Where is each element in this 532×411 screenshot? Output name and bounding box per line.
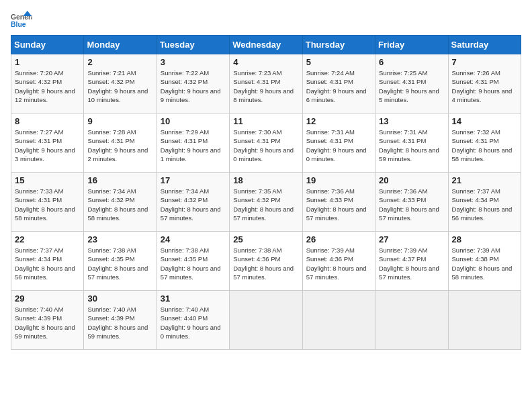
day-info: Sunrise: 7:24 AMSunset: 4:31 PMDaylight:…	[306, 69, 367, 103]
calendar-cell: 17 Sunrise: 7:34 AMSunset: 4:32 PMDaylig…	[157, 173, 229, 232]
calendar-table: SundayMondayTuesdayWednesdayThursdayFrid…	[11, 35, 521, 350]
day-number: 5	[306, 57, 371, 67]
day-number: 20	[379, 175, 444, 185]
day-info: Sunrise: 7:38 AMSunset: 4:36 PMDaylight:…	[233, 246, 294, 281]
day-number: 27	[379, 234, 444, 244]
day-number: 30	[87, 293, 152, 304]
day-info: Sunrise: 7:39 AMSunset: 4:37 PMDaylight:…	[379, 246, 439, 281]
weekday-header-thursday: Thursday	[302, 36, 375, 54]
day-info: Sunrise: 7:23 AMSunset: 4:31 PMDaylight:…	[233, 69, 294, 103]
day-number: 19	[306, 175, 371, 185]
day-info: Sunrise: 7:34 AMSunset: 4:32 PMDaylight:…	[87, 187, 148, 222]
day-info: Sunrise: 7:21 AMSunset: 4:32 PMDaylight:…	[87, 69, 148, 103]
calendar-cell: 2 Sunrise: 7:21 AMSunset: 4:32 PMDayligh…	[84, 54, 157, 113]
weekday-header-wednesday: Wednesday	[230, 36, 302, 54]
calendar-cell	[375, 291, 448, 350]
day-number: 3	[161, 57, 226, 67]
day-info: Sunrise: 7:27 AMSunset: 4:31 PMDaylight:…	[15, 128, 75, 163]
calendar-week-1: 1 Sunrise: 7:20 AMSunset: 4:32 PMDayligh…	[11, 54, 521, 113]
day-number: 8	[15, 116, 80, 126]
day-info: Sunrise: 7:37 AMSunset: 4:34 PMDaylight:…	[15, 246, 75, 281]
calendar-week-5: 29 Sunrise: 7:40 AMSunset: 4:39 PMDaylig…	[11, 291, 521, 350]
calendar-cell: 14 Sunrise: 7:32 AMSunset: 4:31 PMDaylig…	[448, 113, 521, 173]
day-info: Sunrise: 7:38 AMSunset: 4:35 PMDaylight:…	[161, 246, 221, 281]
calendar-cell: 23 Sunrise: 7:38 AMSunset: 4:35 PMDaylig…	[84, 232, 157, 291]
day-number: 13	[379, 116, 444, 126]
calendar-cell: 26 Sunrise: 7:39 AMSunset: 4:36 PMDaylig…	[302, 232, 375, 291]
calendar-cell	[230, 291, 302, 350]
day-info: Sunrise: 7:40 AMSunset: 4:39 PMDaylight:…	[87, 306, 148, 340]
page-header: General Blue	[11, 11, 521, 30]
day-info: Sunrise: 7:20 AMSunset: 4:32 PMDaylight:…	[15, 69, 75, 103]
calendar-week-3: 15 Sunrise: 7:33 AMSunset: 4:31 PMDaylig…	[11, 173, 521, 232]
calendar-cell: 28 Sunrise: 7:39 AMSunset: 4:38 PMDaylig…	[448, 232, 521, 291]
day-number: 29	[15, 293, 80, 304]
day-info: Sunrise: 7:38 AMSunset: 4:35 PMDaylight:…	[87, 246, 148, 281]
day-info: Sunrise: 7:39 AMSunset: 4:36 PMDaylight:…	[306, 246, 367, 281]
calendar-cell: 18 Sunrise: 7:35 AMSunset: 4:32 PMDaylig…	[230, 173, 302, 232]
day-info: Sunrise: 7:37 AMSunset: 4:34 PMDaylight:…	[452, 187, 513, 222]
day-number: 4	[233, 57, 298, 67]
day-number: 14	[452, 116, 517, 126]
calendar-cell: 4 Sunrise: 7:23 AMSunset: 4:31 PMDayligh…	[230, 54, 302, 113]
day-info: Sunrise: 7:29 AMSunset: 4:31 PMDaylight:…	[161, 128, 221, 163]
calendar-cell: 11 Sunrise: 7:30 AMSunset: 4:31 PMDaylig…	[230, 113, 302, 173]
weekday-header-row: SundayMondayTuesdayWednesdayThursdayFrid…	[11, 36, 521, 54]
weekday-header-tuesday: Tuesday	[157, 36, 229, 54]
calendar-cell: 27 Sunrise: 7:39 AMSunset: 4:37 PMDaylig…	[375, 232, 448, 291]
weekday-header-monday: Monday	[84, 36, 157, 54]
calendar-cell: 21 Sunrise: 7:37 AMSunset: 4:34 PMDaylig…	[448, 173, 521, 232]
day-number: 11	[233, 116, 298, 126]
calendar-cell	[448, 291, 521, 350]
calendar-cell	[302, 291, 375, 350]
weekday-header-friday: Friday	[375, 36, 448, 54]
day-info: Sunrise: 7:32 AMSunset: 4:31 PMDaylight:…	[452, 128, 513, 163]
calendar-cell: 29 Sunrise: 7:40 AMSunset: 4:39 PMDaylig…	[11, 291, 84, 350]
day-info: Sunrise: 7:25 AMSunset: 4:31 PMDaylight:…	[379, 69, 439, 103]
day-number: 23	[87, 234, 152, 244]
day-number: 17	[161, 175, 226, 185]
day-number: 16	[87, 175, 152, 185]
calendar-cell: 16 Sunrise: 7:34 AMSunset: 4:32 PMDaylig…	[84, 173, 157, 232]
calendar-cell: 9 Sunrise: 7:28 AMSunset: 4:31 PMDayligh…	[84, 113, 157, 173]
calendar-cell: 3 Sunrise: 7:22 AMSunset: 4:32 PMDayligh…	[157, 54, 229, 113]
calendar-cell: 20 Sunrise: 7:36 AMSunset: 4:33 PMDaylig…	[375, 173, 448, 232]
day-number: 21	[452, 175, 517, 185]
day-info: Sunrise: 7:34 AMSunset: 4:32 PMDaylight:…	[161, 187, 221, 222]
calendar-cell: 24 Sunrise: 7:38 AMSunset: 4:35 PMDaylig…	[157, 232, 229, 291]
day-number: 24	[161, 234, 226, 244]
day-number: 28	[452, 234, 517, 244]
day-number: 15	[15, 175, 80, 185]
calendar-cell: 30 Sunrise: 7:40 AMSunset: 4:39 PMDaylig…	[84, 291, 157, 350]
day-number: 31	[161, 293, 226, 304]
logo: General Blue	[11, 11, 32, 30]
calendar-week-2: 8 Sunrise: 7:27 AMSunset: 4:31 PMDayligh…	[11, 113, 521, 173]
calendar-cell: 8 Sunrise: 7:27 AMSunset: 4:31 PMDayligh…	[11, 113, 84, 173]
day-number: 12	[306, 116, 371, 126]
calendar-cell: 7 Sunrise: 7:26 AMSunset: 4:31 PMDayligh…	[448, 54, 521, 113]
day-info: Sunrise: 7:36 AMSunset: 4:33 PMDaylight:…	[306, 187, 367, 222]
day-info: Sunrise: 7:28 AMSunset: 4:31 PMDaylight:…	[87, 128, 148, 163]
day-number: 6	[379, 57, 444, 67]
day-info: Sunrise: 7:31 AMSunset: 4:31 PMDaylight:…	[379, 128, 439, 163]
day-info: Sunrise: 7:40 AMSunset: 4:39 PMDaylight:…	[15, 306, 75, 340]
day-number: 25	[233, 234, 298, 244]
day-number: 7	[452, 57, 517, 67]
day-info: Sunrise: 7:40 AMSunset: 4:40 PMDaylight:…	[161, 306, 221, 340]
weekday-header-sunday: Sunday	[11, 36, 84, 54]
calendar-week-4: 22 Sunrise: 7:37 AMSunset: 4:34 PMDaylig…	[11, 232, 521, 291]
calendar-cell: 12 Sunrise: 7:31 AMSunset: 4:31 PMDaylig…	[302, 113, 375, 173]
calendar-cell: 6 Sunrise: 7:25 AMSunset: 4:31 PMDayligh…	[375, 54, 448, 113]
day-number: 1	[15, 57, 80, 67]
day-number: 10	[161, 116, 226, 126]
calendar-cell: 25 Sunrise: 7:38 AMSunset: 4:36 PMDaylig…	[230, 232, 302, 291]
weekday-header-saturday: Saturday	[448, 36, 521, 54]
calendar-cell: 31 Sunrise: 7:40 AMSunset: 4:40 PMDaylig…	[157, 291, 229, 350]
day-number: 18	[233, 175, 298, 185]
calendar-cell: 13 Sunrise: 7:31 AMSunset: 4:31 PMDaylig…	[375, 113, 448, 173]
day-number: 2	[87, 57, 152, 67]
calendar-cell: 5 Sunrise: 7:24 AMSunset: 4:31 PMDayligh…	[302, 54, 375, 113]
day-number: 22	[15, 234, 80, 244]
calendar-cell: 15 Sunrise: 7:33 AMSunset: 4:31 PMDaylig…	[11, 173, 84, 232]
day-info: Sunrise: 7:33 AMSunset: 4:31 PMDaylight:…	[15, 187, 75, 222]
